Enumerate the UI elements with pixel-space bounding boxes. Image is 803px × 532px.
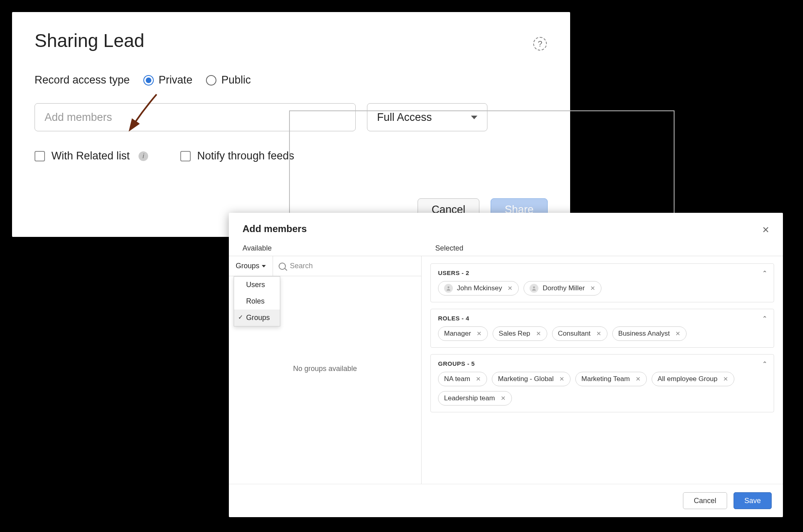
chevron-down-icon bbox=[262, 265, 266, 267]
empty-state-message: No groups available bbox=[229, 365, 421, 373]
checkbox-icon bbox=[180, 151, 191, 161]
role-chip: Consultant ✕ bbox=[552, 326, 607, 341]
dialog-body: Groups Search Users Roles Groups No grou… bbox=[229, 256, 783, 484]
radio-public[interactable]: Public bbox=[206, 74, 251, 86]
remove-chip-icon[interactable]: ✕ bbox=[475, 330, 482, 337]
group-chip: Marketing - Global ✕ bbox=[492, 372, 571, 386]
checkbox-icon bbox=[35, 151, 45, 161]
group-chip: NA team ✕ bbox=[438, 372, 487, 386]
notify-feeds-label: Notify through feeds bbox=[197, 150, 294, 162]
svg-point-1 bbox=[533, 286, 535, 288]
selected-label: Selected bbox=[435, 244, 463, 253]
remove-chip-icon[interactable]: ✕ bbox=[558, 375, 565, 383]
filter-bar: Groups Search bbox=[229, 256, 421, 276]
chip-label: Marketing - Global bbox=[498, 375, 554, 383]
filter-dropdown-menu: Users Roles Groups bbox=[234, 276, 280, 326]
roles-chips: Manager ✕ Sales Rep ✕ Consultant ✕ Busin… bbox=[438, 326, 766, 341]
user-chip: John Mckinsey ✕ bbox=[438, 281, 519, 296]
add-members-placeholder: Add members bbox=[45, 111, 112, 124]
remove-chip-icon[interactable]: ✕ bbox=[721, 375, 728, 383]
chip-label: John Mckinsey bbox=[457, 284, 502, 292]
save-button[interactable]: Save bbox=[734, 492, 772, 509]
selected-pane: USERS - 2 ⌃ John Mckinsey ✕ Dorothy Mill… bbox=[422, 256, 783, 484]
radio-private-label: Private bbox=[159, 74, 192, 86]
available-label: Available bbox=[243, 244, 435, 253]
role-chip: Business Analyst ✕ bbox=[612, 326, 687, 341]
remove-chip-icon[interactable]: ✕ bbox=[674, 330, 681, 337]
groups-chips: NA team ✕ Marketing - Global ✕ Marketing… bbox=[438, 372, 766, 406]
access-type-label: Record access type bbox=[35, 74, 130, 86]
remove-chip-icon[interactable]: ✕ bbox=[534, 330, 541, 337]
chip-label: Dorothy Miller bbox=[542, 284, 585, 292]
remove-chip-icon[interactable]: ✕ bbox=[499, 395, 506, 402]
groups-group-header: GROUPS - 5 bbox=[438, 360, 766, 367]
group-chip: Leadership team ✕ bbox=[438, 391, 512, 406]
chip-label: Marketing Team bbox=[581, 375, 630, 383]
chip-label: Sales Rep bbox=[499, 330, 530, 338]
filter-option-groups[interactable]: Groups bbox=[234, 310, 280, 326]
chevron-up-icon[interactable]: ⌃ bbox=[762, 315, 767, 322]
filter-option-users[interactable]: Users bbox=[234, 277, 280, 293]
users-chips: John Mckinsey ✕ Dorothy Miller ✕ bbox=[438, 281, 766, 296]
radio-private[interactable]: Private bbox=[143, 74, 192, 86]
info-icon[interactable]: i bbox=[139, 151, 148, 161]
access-type-row: Record access type Private Public bbox=[35, 74, 548, 86]
dialog-title: Add members bbox=[243, 223, 769, 234]
remove-chip-icon[interactable]: ✕ bbox=[474, 375, 481, 383]
radio-dot-icon bbox=[206, 75, 216, 86]
search-input[interactable]: Search bbox=[273, 256, 421, 276]
dialog-header: Add members ✕ bbox=[229, 213, 783, 236]
users-group-header: USERS - 2 bbox=[438, 269, 766, 276]
remove-chip-icon[interactable]: ✕ bbox=[595, 330, 601, 337]
add-members-dialog: Add members ✕ Available Selected Groups … bbox=[229, 213, 783, 517]
chevron-up-icon[interactable]: ⌃ bbox=[762, 360, 767, 368]
roles-group-header: ROLES - 4 bbox=[438, 315, 766, 322]
selected-users-group: USERS - 2 ⌃ John Mckinsey ✕ Dorothy Mill… bbox=[430, 263, 774, 302]
remove-chip-icon[interactable]: ✕ bbox=[634, 375, 641, 383]
remove-chip-icon[interactable]: ✕ bbox=[506, 285, 513, 292]
radio-dot-icon bbox=[143, 75, 154, 86]
cancel-button[interactable]: Cancel bbox=[683, 492, 727, 509]
avatar-icon bbox=[530, 284, 538, 293]
filter-dropdown-button[interactable]: Groups bbox=[229, 256, 273, 276]
selected-roles-group: ROLES - 4 ⌃ Manager ✕ Sales Rep ✕ Consul… bbox=[430, 309, 774, 348]
chip-label: All employee Group bbox=[658, 375, 717, 383]
search-placeholder: Search bbox=[290, 262, 313, 270]
chip-label: Manager bbox=[444, 330, 471, 338]
chip-label: Business Analyst bbox=[618, 330, 670, 338]
dialog-title: Sharing Lead bbox=[35, 30, 548, 51]
with-related-label: With Related list bbox=[51, 150, 130, 162]
notify-feeds-checkbox[interactable]: Notify through feeds bbox=[180, 150, 294, 162]
search-icon bbox=[279, 263, 286, 270]
chip-label: Consultant bbox=[558, 330, 591, 338]
group-chip: All employee Group ✕ bbox=[652, 372, 734, 386]
role-chip: Manager ✕ bbox=[438, 326, 488, 341]
user-chip: Dorothy Miller ✕ bbox=[524, 281, 601, 296]
radio-public-label: Public bbox=[221, 74, 251, 86]
chip-label: NA team bbox=[444, 375, 470, 383]
filter-label: Groups bbox=[236, 262, 259, 270]
dialog-actions: Cancel Save bbox=[229, 484, 783, 517]
with-related-checkbox[interactable]: With Related list i bbox=[35, 150, 148, 162]
column-labels: Available Selected bbox=[229, 236, 783, 256]
chevron-up-icon[interactable]: ⌃ bbox=[762, 269, 767, 277]
group-chip: Marketing Team ✕ bbox=[575, 372, 647, 386]
help-icon[interactable]: ? bbox=[533, 37, 547, 51]
svg-point-0 bbox=[448, 286, 450, 288]
available-pane: Groups Search Users Roles Groups No grou… bbox=[229, 256, 422, 484]
avatar-icon bbox=[444, 284, 453, 293]
close-icon[interactable]: ✕ bbox=[762, 225, 769, 235]
role-chip: Sales Rep ✕ bbox=[493, 326, 547, 341]
remove-chip-icon[interactable]: ✕ bbox=[589, 285, 595, 292]
selected-groups-group: GROUPS - 5 ⌃ NA team ✕ Marketing - Globa… bbox=[430, 354, 774, 412]
chip-label: Leadership team bbox=[444, 394, 495, 402]
filter-option-roles[interactable]: Roles bbox=[234, 293, 280, 310]
